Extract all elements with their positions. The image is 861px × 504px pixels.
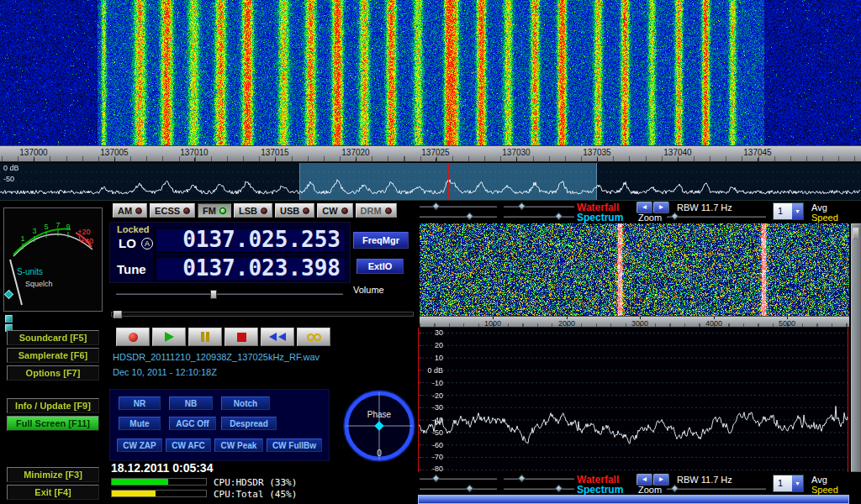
af-spectrum-display[interactable]: 30 20 10 0 dB -10 -20 -30 -40 -50 -60 -7… (418, 328, 849, 472)
record-icon (129, 333, 138, 342)
af-frequency-scale[interactable]: 1000 2000 3000 4000 5000 (420, 316, 849, 328)
minimize-button[interactable]: Minimize [F3] (7, 467, 99, 482)
volume-track[interactable] (116, 293, 343, 295)
loop-button[interactable] (297, 328, 330, 346)
volume-handle[interactable] (210, 290, 217, 299)
s-units-label: S-units (17, 267, 43, 276)
led-icon (385, 207, 392, 214)
mode-ecss-button[interactable]: ECSS (150, 203, 195, 218)
phase-scope: Phase 0 (341, 386, 417, 466)
info-update-button[interactable]: Info / Update [F9] (7, 398, 99, 413)
spectrum-gain-slider[interactable] (420, 213, 497, 222)
tune-frequency-display[interactable]: 0137.023.398 (154, 255, 346, 281)
play-button[interactable] (152, 328, 186, 346)
zoom-slider[interactable] (667, 485, 766, 494)
volume-slider[interactable] (116, 290, 343, 299)
mode-am-button[interactable]: AM (113, 203, 147, 218)
s-meter-tick-3: 3 (32, 227, 36, 235)
freq-tick-label: 137005 (91, 148, 138, 157)
freq-tick-label: 137000 (10, 148, 57, 157)
cw-peak-button[interactable]: CW Peak (214, 438, 263, 452)
freq-tick-label: 137015 (251, 148, 298, 157)
freq-tick-label: 137025 (412, 148, 459, 157)
play-icon (165, 332, 174, 342)
bandwidth-slider[interactable] (111, 312, 414, 317)
rf-spectrum-display[interactable]: 0 dB -50 (0, 163, 861, 200)
control-panel: 1 3 5 7 9 +20 +40 S-units Squelch Soundc… (0, 200, 861, 504)
af-tick-label: 3000 (623, 319, 657, 328)
mode-cw-button[interactable]: CW (317, 203, 352, 218)
shift-left-button[interactable]: ◄ (637, 474, 652, 486)
nr-button[interactable]: NR (119, 396, 161, 410)
avg-speed-select[interactable]: 1 ▼ (773, 475, 804, 492)
db-label: -40 (421, 416, 443, 424)
shift-left-button[interactable]: ◄ (637, 202, 652, 213)
mode-fm-button[interactable]: FM (198, 203, 231, 218)
af-display-controls-top: Waterfall ◄ ► RBW 11.7 Hz 1 ▼ Avg Spectr… (418, 202, 861, 223)
zoom-pan-band[interactable] (418, 495, 849, 504)
avg-label: Avg (811, 202, 827, 213)
freq-tick-label: 137030 (493, 148, 540, 157)
af-waterfall-display[interactable] (420, 223, 849, 316)
af-spectrum-trace[interactable] (418, 328, 849, 472)
db-label: 10 (421, 354, 443, 362)
cpu-hdsdr-fill (112, 479, 168, 485)
spectrum-range-slider[interactable] (504, 213, 574, 222)
cpu-hdsdr-bar (111, 478, 207, 486)
rf-spectrum-trace[interactable] (0, 163, 861, 200)
agc-button[interactable]: AGC Off (169, 417, 216, 430)
af-display-panel: Waterfall ◄ ► RBW 11.7 Hz 1 ▼ Avg Spectr… (418, 201, 861, 504)
mute-button[interactable]: Mute (119, 417, 161, 430)
cpu-total-fill (112, 491, 156, 496)
fullscreen-button[interactable]: Full Screen [F11] (7, 416, 99, 431)
zoom-slider[interactable] (667, 213, 766, 222)
cw-afc-button[interactable]: CW AFC (166, 438, 211, 452)
af-tick-label: 2000 (550, 319, 584, 328)
despread-button[interactable]: Despread (221, 417, 277, 430)
lo-frequency-display[interactable]: 0137.025.253 (154, 227, 346, 253)
mode-lsb-button[interactable]: LSB (234, 203, 272, 218)
rf-db-label-mid: -50 (3, 175, 14, 183)
soundcard-button[interactable]: Soundcard [F5] (7, 330, 99, 345)
rf-waterfall-display[interactable] (0, 0, 861, 145)
notch-button[interactable]: Notch (221, 396, 270, 410)
mode-usb-button[interactable]: USB (275, 203, 314, 218)
meter-adjust-handle-1[interactable] (5, 315, 13, 323)
chevron-down-icon[interactable]: ▼ (792, 203, 803, 219)
spectrum-range-slider[interactable] (504, 485, 574, 494)
waterfall-contrast-slider[interactable] (504, 475, 574, 484)
record-button[interactable] (116, 328, 150, 346)
pause-button[interactable] (188, 328, 222, 346)
chevron-down-icon[interactable]: ▼ (792, 475, 803, 491)
waterfall-brightness-slider[interactable] (420, 202, 497, 212)
cw-fullbw-button[interactable]: CW FullBw (267, 438, 322, 452)
right-scrollbar[interactable] (851, 223, 861, 472)
shift-right-button[interactable]: ► (653, 202, 669, 213)
db-label: 0 dB (421, 366, 443, 375)
led-icon (303, 207, 309, 214)
nb-button[interactable]: NB (169, 396, 213, 410)
mode-usb-label: USB (280, 206, 299, 216)
cw-zap-button[interactable]: CW ZAP (117, 438, 162, 452)
waterfall-contrast-slider[interactable] (504, 202, 574, 212)
dsp-panel: NR NB Notch Mute AGC Off Despread CW ZAP… (109, 389, 330, 461)
extio-button[interactable]: ExtIO (357, 259, 404, 274)
exit-button[interactable]: Exit [F4] (7, 485, 99, 500)
options-button[interactable]: Options [F7] (7, 365, 99, 381)
right-scrollbar-handle[interactable] (853, 228, 859, 239)
bandwidth-handle[interactable] (114, 311, 122, 318)
rf-frequency-scale[interactable]: 137000 137005 137010 137015 137020 13702… (0, 145, 861, 162)
led-icon (183, 207, 190, 214)
stop-button[interactable] (224, 328, 258, 346)
rewind-button[interactable] (261, 328, 294, 346)
avg-speed-select[interactable]: 1 ▼ (773, 202, 804, 220)
mode-drm-button[interactable]: DRM (356, 203, 397, 218)
freqmgr-button[interactable]: FreqMgr (353, 232, 409, 249)
waterfall-brightness-slider[interactable] (420, 475, 497, 484)
shift-right-button[interactable]: ► (653, 474, 669, 486)
tune-label: Tune (117, 262, 146, 276)
samplerate-button[interactable]: Samplerate [F6] (7, 348, 99, 363)
spectrum-gain-slider[interactable] (420, 485, 497, 494)
squelch-label: Squelch (25, 280, 53, 288)
avg-label: Avg (811, 475, 827, 485)
